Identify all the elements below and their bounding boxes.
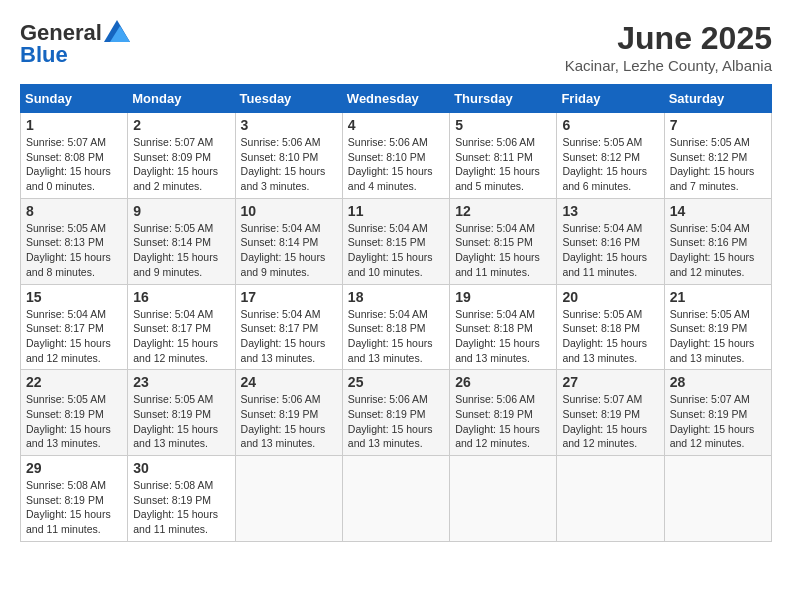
- day-info: Sunrise: 5:07 AMSunset: 8:09 PMDaylight:…: [133, 135, 229, 194]
- day-number: 22: [26, 374, 122, 390]
- day-info: Sunrise: 5:05 AMSunset: 8:19 PMDaylight:…: [26, 392, 122, 451]
- calendar-cell: 9Sunrise: 5:05 AMSunset: 8:14 PMDaylight…: [128, 198, 235, 284]
- weekday-header: Monday: [128, 85, 235, 113]
- day-info: Sunrise: 5:05 AMSunset: 8:18 PMDaylight:…: [562, 307, 658, 366]
- day-info: Sunrise: 5:07 AMSunset: 8:08 PMDaylight:…: [26, 135, 122, 194]
- title-area: June 2025 Kacinar, Lezhe County, Albania: [565, 20, 772, 74]
- day-number: 5: [455, 117, 551, 133]
- day-number: 10: [241, 203, 337, 219]
- weekday-header: Tuesday: [235, 85, 342, 113]
- calendar-cell: 3Sunrise: 5:06 AMSunset: 8:10 PMDaylight…: [235, 113, 342, 199]
- calendar-cell: 20Sunrise: 5:05 AMSunset: 8:18 PMDayligh…: [557, 284, 664, 370]
- day-number: 28: [670, 374, 766, 390]
- day-number: 19: [455, 289, 551, 305]
- day-info: Sunrise: 5:05 AMSunset: 8:13 PMDaylight:…: [26, 221, 122, 280]
- calendar-cell: 16Sunrise: 5:04 AMSunset: 8:17 PMDayligh…: [128, 284, 235, 370]
- day-info: Sunrise: 5:04 AMSunset: 8:17 PMDaylight:…: [133, 307, 229, 366]
- calendar-week-row: 22Sunrise: 5:05 AMSunset: 8:19 PMDayligh…: [21, 370, 772, 456]
- day-info: Sunrise: 5:04 AMSunset: 8:16 PMDaylight:…: [562, 221, 658, 280]
- day-number: 27: [562, 374, 658, 390]
- day-info: Sunrise: 5:04 AMSunset: 8:16 PMDaylight:…: [670, 221, 766, 280]
- calendar-cell: 21Sunrise: 5:05 AMSunset: 8:19 PMDayligh…: [664, 284, 771, 370]
- calendar-cell: 22Sunrise: 5:05 AMSunset: 8:19 PMDayligh…: [21, 370, 128, 456]
- weekday-header: Saturday: [664, 85, 771, 113]
- day-number: 1: [26, 117, 122, 133]
- subtitle: Kacinar, Lezhe County, Albania: [565, 57, 772, 74]
- calendar-cell: 18Sunrise: 5:04 AMSunset: 8:18 PMDayligh…: [342, 284, 449, 370]
- day-number: 3: [241, 117, 337, 133]
- calendar-cell: 28Sunrise: 5:07 AMSunset: 8:19 PMDayligh…: [664, 370, 771, 456]
- day-number: 4: [348, 117, 444, 133]
- calendar-cell: 4Sunrise: 5:06 AMSunset: 8:10 PMDaylight…: [342, 113, 449, 199]
- calendar-header: SundayMondayTuesdayWednesdayThursdayFrid…: [21, 85, 772, 113]
- day-info: Sunrise: 5:06 AMSunset: 8:10 PMDaylight:…: [348, 135, 444, 194]
- day-number: 12: [455, 203, 551, 219]
- calendar-cell: 11Sunrise: 5:04 AMSunset: 8:15 PMDayligh…: [342, 198, 449, 284]
- weekday-header: Thursday: [450, 85, 557, 113]
- day-number: 17: [241, 289, 337, 305]
- day-info: Sunrise: 5:06 AMSunset: 8:10 PMDaylight:…: [241, 135, 337, 194]
- calendar-cell: 30Sunrise: 5:08 AMSunset: 8:19 PMDayligh…: [128, 456, 235, 542]
- day-info: Sunrise: 5:06 AMSunset: 8:19 PMDaylight:…: [455, 392, 551, 451]
- day-number: 24: [241, 374, 337, 390]
- day-info: Sunrise: 5:05 AMSunset: 8:12 PMDaylight:…: [670, 135, 766, 194]
- calendar-cell: 26Sunrise: 5:06 AMSunset: 8:19 PMDayligh…: [450, 370, 557, 456]
- weekday-header: Sunday: [21, 85, 128, 113]
- calendar-cell: [664, 456, 771, 542]
- calendar-cell: 1Sunrise: 5:07 AMSunset: 8:08 PMDaylight…: [21, 113, 128, 199]
- day-info: Sunrise: 5:06 AMSunset: 8:19 PMDaylight:…: [241, 392, 337, 451]
- day-info: Sunrise: 5:04 AMSunset: 8:17 PMDaylight:…: [26, 307, 122, 366]
- day-number: 13: [562, 203, 658, 219]
- day-number: 30: [133, 460, 229, 476]
- calendar-cell: 6Sunrise: 5:05 AMSunset: 8:12 PMDaylight…: [557, 113, 664, 199]
- day-info: Sunrise: 5:04 AMSunset: 8:15 PMDaylight:…: [455, 221, 551, 280]
- logo-icon: [104, 20, 130, 42]
- day-info: Sunrise: 5:08 AMSunset: 8:19 PMDaylight:…: [133, 478, 229, 537]
- weekday-header: Friday: [557, 85, 664, 113]
- day-number: 6: [562, 117, 658, 133]
- calendar-cell: 15Sunrise: 5:04 AMSunset: 8:17 PMDayligh…: [21, 284, 128, 370]
- calendar-week-row: 1Sunrise: 5:07 AMSunset: 8:08 PMDaylight…: [21, 113, 772, 199]
- day-info: Sunrise: 5:06 AMSunset: 8:19 PMDaylight:…: [348, 392, 444, 451]
- day-number: 23: [133, 374, 229, 390]
- day-info: Sunrise: 5:07 AMSunset: 8:19 PMDaylight:…: [562, 392, 658, 451]
- calendar-week-row: 15Sunrise: 5:04 AMSunset: 8:17 PMDayligh…: [21, 284, 772, 370]
- calendar-cell: 7Sunrise: 5:05 AMSunset: 8:12 PMDaylight…: [664, 113, 771, 199]
- day-info: Sunrise: 5:08 AMSunset: 8:19 PMDaylight:…: [26, 478, 122, 537]
- calendar-cell: 12Sunrise: 5:04 AMSunset: 8:15 PMDayligh…: [450, 198, 557, 284]
- main-title: June 2025: [565, 20, 772, 57]
- day-info: Sunrise: 5:05 AMSunset: 8:19 PMDaylight:…: [133, 392, 229, 451]
- calendar-week-row: 29Sunrise: 5:08 AMSunset: 8:19 PMDayligh…: [21, 456, 772, 542]
- calendar-cell: [342, 456, 449, 542]
- day-info: Sunrise: 5:04 AMSunset: 8:14 PMDaylight:…: [241, 221, 337, 280]
- calendar-cell: 27Sunrise: 5:07 AMSunset: 8:19 PMDayligh…: [557, 370, 664, 456]
- day-info: Sunrise: 5:04 AMSunset: 8:15 PMDaylight:…: [348, 221, 444, 280]
- day-number: 26: [455, 374, 551, 390]
- day-number: 20: [562, 289, 658, 305]
- day-info: Sunrise: 5:06 AMSunset: 8:11 PMDaylight:…: [455, 135, 551, 194]
- calendar-cell: [557, 456, 664, 542]
- calendar-body: 1Sunrise: 5:07 AMSunset: 8:08 PMDaylight…: [21, 113, 772, 542]
- day-number: 21: [670, 289, 766, 305]
- day-info: Sunrise: 5:04 AMSunset: 8:17 PMDaylight:…: [241, 307, 337, 366]
- day-number: 8: [26, 203, 122, 219]
- day-number: 7: [670, 117, 766, 133]
- calendar-cell: 5Sunrise: 5:06 AMSunset: 8:11 PMDaylight…: [450, 113, 557, 199]
- calendar-cell: 8Sunrise: 5:05 AMSunset: 8:13 PMDaylight…: [21, 198, 128, 284]
- calendar-cell: [450, 456, 557, 542]
- day-number: 29: [26, 460, 122, 476]
- calendar-cell: 24Sunrise: 5:06 AMSunset: 8:19 PMDayligh…: [235, 370, 342, 456]
- day-number: 25: [348, 374, 444, 390]
- day-number: 11: [348, 203, 444, 219]
- calendar-week-row: 8Sunrise: 5:05 AMSunset: 8:13 PMDaylight…: [21, 198, 772, 284]
- calendar-table: SundayMondayTuesdayWednesdayThursdayFrid…: [20, 84, 772, 542]
- calendar-cell: 19Sunrise: 5:04 AMSunset: 8:18 PMDayligh…: [450, 284, 557, 370]
- calendar-cell: 29Sunrise: 5:08 AMSunset: 8:19 PMDayligh…: [21, 456, 128, 542]
- day-number: 14: [670, 203, 766, 219]
- calendar-cell: 17Sunrise: 5:04 AMSunset: 8:17 PMDayligh…: [235, 284, 342, 370]
- logo: General Blue: [20, 20, 130, 68]
- day-number: 9: [133, 203, 229, 219]
- calendar-cell: [235, 456, 342, 542]
- day-info: Sunrise: 5:05 AMSunset: 8:19 PMDaylight:…: [670, 307, 766, 366]
- day-info: Sunrise: 5:05 AMSunset: 8:14 PMDaylight:…: [133, 221, 229, 280]
